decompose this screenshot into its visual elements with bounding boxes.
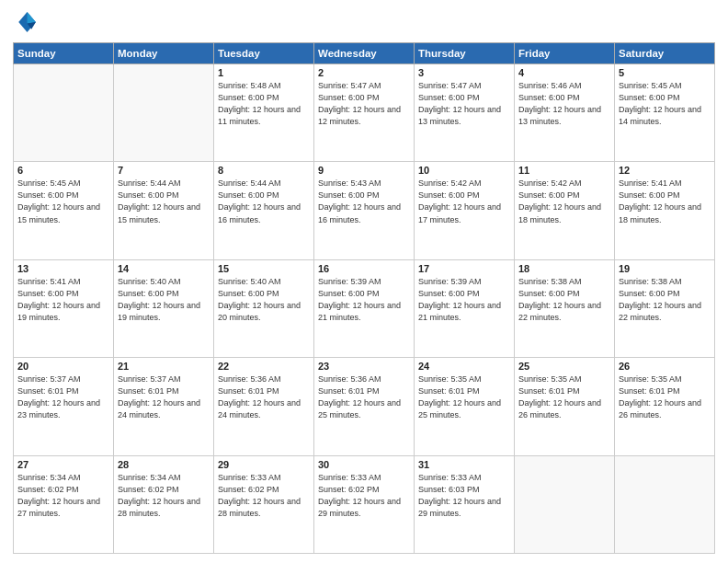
- day-number: 18: [518, 263, 610, 274]
- calendar-cell: 8 Sunrise: 5:44 AMSunset: 6:00 PMDayligh…: [214, 162, 314, 259]
- calendar-week-3: 13 Sunrise: 5:41 AMSunset: 6:00 PMDaylig…: [14, 259, 715, 357]
- calendar-cell: 7 Sunrise: 5:44 AMSunset: 6:00 PMDayligh…: [114, 162, 214, 259]
- day-info: Sunrise: 5:33 AMSunset: 6:03 PMDaylight:…: [418, 472, 510, 520]
- calendar-header-monday: Monday: [114, 43, 214, 64]
- day-info: Sunrise: 5:34 AMSunset: 6:02 PMDaylight:…: [17, 472, 109, 520]
- calendar-cell: [114, 64, 214, 162]
- calendar-cell: 1 Sunrise: 5:48 AMSunset: 6:00 PMDayligh…: [214, 64, 314, 162]
- day-number: 5: [619, 67, 711, 78]
- day-number: 28: [118, 459, 210, 470]
- day-number: 22: [218, 361, 310, 372]
- calendar-cell: 30 Sunrise: 5:33 AMSunset: 6:02 PMDaylig…: [314, 455, 415, 553]
- day-info: Sunrise: 5:39 AMSunset: 6:00 PMDaylight:…: [418, 276, 510, 324]
- calendar-cell: 26 Sunrise: 5:35 AMSunset: 6:01 PMDaylig…: [615, 358, 715, 455]
- day-number: 17: [418, 263, 510, 274]
- day-info: Sunrise: 5:44 AMSunset: 6:00 PMDaylight:…: [218, 178, 310, 225]
- day-info: Sunrise: 5:33 AMSunset: 6:02 PMDaylight:…: [318, 472, 410, 520]
- calendar-header-sunday: Sunday: [14, 43, 114, 64]
- calendar-week-1: 1 Sunrise: 5:48 AMSunset: 6:00 PMDayligh…: [14, 64, 715, 162]
- calendar-header-tuesday: Tuesday: [214, 43, 314, 64]
- calendar-cell: 15 Sunrise: 5:40 AMSunset: 6:00 PMDaylig…: [214, 259, 314, 357]
- calendar-cell: [14, 64, 114, 162]
- calendar-cell: 13 Sunrise: 5:41 AMSunset: 6:00 PMDaylig…: [14, 259, 114, 357]
- day-info: Sunrise: 5:47 AMSunset: 6:00 PMDaylight:…: [318, 80, 410, 128]
- day-number: 3: [418, 67, 510, 78]
- day-info: Sunrise: 5:48 AMSunset: 6:00 PMDaylight:…: [218, 80, 310, 128]
- day-info: Sunrise: 5:45 AMSunset: 6:00 PMDaylight:…: [619, 80, 711, 128]
- page: SundayMondayTuesdayWednesdayThursdayFrid…: [0, 0, 728, 563]
- day-info: Sunrise: 5:42 AMSunset: 6:00 PMDaylight:…: [418, 178, 510, 225]
- day-number: 24: [418, 361, 510, 372]
- day-number: 14: [118, 263, 210, 274]
- logo: [13, 9, 40, 35]
- calendar-cell: 10 Sunrise: 5:42 AMSunset: 6:00 PMDaylig…: [415, 162, 515, 259]
- day-number: 21: [118, 361, 210, 372]
- day-number: 9: [318, 165, 410, 176]
- header: [13, 9, 715, 35]
- day-number: 15: [218, 263, 310, 274]
- day-number: 2: [318, 67, 410, 78]
- day-info: Sunrise: 5:37 AMSunset: 6:01 PMDaylight:…: [17, 373, 109, 421]
- calendar-header-friday: Friday: [515, 43, 615, 64]
- calendar-cell: 25 Sunrise: 5:35 AMSunset: 6:01 PMDaylig…: [515, 358, 615, 455]
- calendar-header-row: SundayMondayTuesdayWednesdayThursdayFrid…: [14, 43, 715, 64]
- day-info: Sunrise: 5:36 AMSunset: 6:01 PMDaylight:…: [218, 373, 310, 421]
- svg-marker-1: [28, 12, 36, 23]
- calendar-header-wednesday: Wednesday: [314, 43, 415, 64]
- day-number: 26: [619, 361, 711, 372]
- day-info: Sunrise: 5:34 AMSunset: 6:02 PMDaylight:…: [118, 472, 210, 520]
- day-info: Sunrise: 5:44 AMSunset: 6:00 PMDaylight:…: [118, 178, 210, 225]
- day-number: 10: [418, 165, 510, 176]
- day-info: Sunrise: 5:38 AMSunset: 6:00 PMDaylight:…: [518, 276, 610, 324]
- day-info: Sunrise: 5:40 AMSunset: 6:00 PMDaylight:…: [218, 276, 310, 324]
- day-number: 7: [118, 165, 210, 176]
- calendar-cell: 11 Sunrise: 5:42 AMSunset: 6:00 PMDaylig…: [515, 162, 615, 259]
- day-info: Sunrise: 5:43 AMSunset: 6:00 PMDaylight:…: [318, 178, 410, 225]
- calendar-cell: 29 Sunrise: 5:33 AMSunset: 6:02 PMDaylig…: [214, 455, 314, 553]
- calendar-cell: 6 Sunrise: 5:45 AMSunset: 6:00 PMDayligh…: [14, 162, 114, 259]
- calendar-table: SundayMondayTuesdayWednesdayThursdayFrid…: [13, 42, 715, 554]
- day-number: 31: [418, 459, 510, 470]
- day-info: Sunrise: 5:33 AMSunset: 6:02 PMDaylight:…: [218, 472, 310, 520]
- day-number: 8: [218, 165, 310, 176]
- day-info: Sunrise: 5:41 AMSunset: 6:00 PMDaylight:…: [619, 178, 711, 225]
- day-number: 6: [17, 165, 109, 176]
- calendar-cell: 23 Sunrise: 5:36 AMSunset: 6:01 PMDaylig…: [314, 358, 415, 455]
- calendar-cell: 22 Sunrise: 5:36 AMSunset: 6:01 PMDaylig…: [214, 358, 314, 455]
- calendar-cell: 17 Sunrise: 5:39 AMSunset: 6:00 PMDaylig…: [415, 259, 515, 357]
- calendar-cell: 4 Sunrise: 5:46 AMSunset: 6:00 PMDayligh…: [515, 64, 615, 162]
- calendar-week-4: 20 Sunrise: 5:37 AMSunset: 6:01 PMDaylig…: [14, 358, 715, 455]
- day-number: 20: [17, 361, 109, 372]
- calendar-header-saturday: Saturday: [615, 43, 715, 64]
- calendar-cell: [615, 455, 715, 553]
- day-info: Sunrise: 5:45 AMSunset: 6:00 PMDaylight:…: [17, 178, 109, 225]
- calendar-cell: 14 Sunrise: 5:40 AMSunset: 6:00 PMDaylig…: [114, 259, 214, 357]
- day-number: 16: [318, 263, 410, 274]
- day-info: Sunrise: 5:41 AMSunset: 6:00 PMDaylight:…: [17, 276, 109, 324]
- calendar-cell: 27 Sunrise: 5:34 AMSunset: 6:02 PMDaylig…: [14, 455, 114, 553]
- day-info: Sunrise: 5:47 AMSunset: 6:00 PMDaylight:…: [418, 80, 510, 128]
- calendar-cell: 31 Sunrise: 5:33 AMSunset: 6:03 PMDaylig…: [415, 455, 515, 553]
- day-number: 30: [318, 459, 410, 470]
- day-info: Sunrise: 5:39 AMSunset: 6:00 PMDaylight:…: [318, 276, 410, 324]
- day-info: Sunrise: 5:38 AMSunset: 6:00 PMDaylight:…: [619, 276, 711, 324]
- day-number: 25: [518, 361, 610, 372]
- calendar-header-thursday: Thursday: [415, 43, 515, 64]
- day-info: Sunrise: 5:46 AMSunset: 6:00 PMDaylight:…: [518, 80, 610, 128]
- day-number: 13: [17, 263, 109, 274]
- calendar-cell: 9 Sunrise: 5:43 AMSunset: 6:00 PMDayligh…: [314, 162, 415, 259]
- calendar-week-5: 27 Sunrise: 5:34 AMSunset: 6:02 PMDaylig…: [14, 455, 715, 553]
- day-info: Sunrise: 5:35 AMSunset: 6:01 PMDaylight:…: [518, 373, 610, 421]
- day-number: 12: [619, 165, 711, 176]
- calendar-cell: 18 Sunrise: 5:38 AMSunset: 6:00 PMDaylig…: [515, 259, 615, 357]
- logo-icon: [13, 9, 39, 35]
- calendar-cell: 5 Sunrise: 5:45 AMSunset: 6:00 PMDayligh…: [615, 64, 715, 162]
- day-info: Sunrise: 5:42 AMSunset: 6:00 PMDaylight:…: [518, 178, 610, 225]
- calendar-week-2: 6 Sunrise: 5:45 AMSunset: 6:00 PMDayligh…: [14, 162, 715, 259]
- day-number: 19: [619, 263, 711, 274]
- day-number: 27: [17, 459, 109, 470]
- calendar-cell: [515, 455, 615, 553]
- day-info: Sunrise: 5:40 AMSunset: 6:00 PMDaylight:…: [118, 276, 210, 324]
- day-info: Sunrise: 5:35 AMSunset: 6:01 PMDaylight:…: [619, 373, 711, 421]
- calendar-cell: 16 Sunrise: 5:39 AMSunset: 6:00 PMDaylig…: [314, 259, 415, 357]
